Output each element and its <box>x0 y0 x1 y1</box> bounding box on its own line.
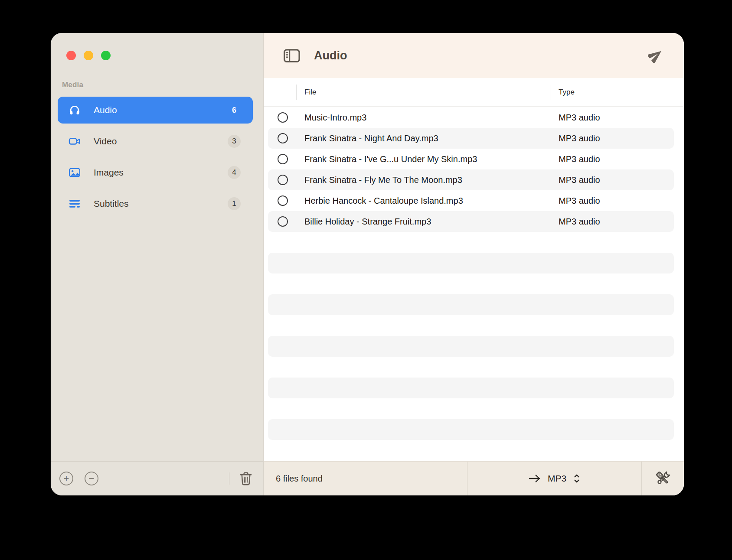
file-name-cell: Billie Holiday - Strange Fruit.mp3 <box>304 217 492 227</box>
subtitles-icon <box>69 198 81 210</box>
status-text: 6 files found <box>264 462 467 495</box>
sidebar-item-label: Subtitles <box>94 199 129 209</box>
sidebar: Media Audio6 Video3 Images4 Subtitles1 +… <box>51 33 264 495</box>
empty-row <box>268 357 674 378</box>
file-name-cell: Frank Sinatra - Fly Me To The Moon.mp3 <box>304 175 492 185</box>
sidebar-footer: + − <box>51 461 263 495</box>
app-window: Media Audio6 Video3 Images4 Subtitles1 +… <box>51 33 684 495</box>
empty-row <box>268 232 674 253</box>
zoom-window-button[interactable] <box>101 51 111 60</box>
minimize-window-button[interactable] <box>84 51 93 60</box>
sidebar-item-subtitles[interactable]: Subtitles1 <box>58 190 253 217</box>
main-footer: 6 files found MP3 <box>264 461 684 495</box>
file-type-cell: MP3 audio <box>559 217 600 227</box>
empty-row <box>268 419 674 440</box>
column-divider <box>550 85 550 100</box>
sidebar-item-audio[interactable]: Audio6 <box>58 97 253 124</box>
row-select-circle[interactable] <box>278 154 288 164</box>
table-row[interactable]: Frank Sinatra - Night And Day.mp3MP3 aud… <box>268 128 674 149</box>
row-select-circle[interactable] <box>278 112 288 123</box>
table-row[interactable]: Frank Sinatra - I've G...u Under My Skin… <box>268 149 674 169</box>
file-name-cell: Frank Sinatra - I've G...u Under My Skin… <box>304 154 492 164</box>
file-type-cell: MP3 audio <box>559 113 600 123</box>
empty-row <box>268 378 674 398</box>
trash-icon[interactable] <box>239 471 253 486</box>
row-select-circle[interactable] <box>278 216 288 227</box>
count-badge: 1 <box>228 197 241 210</box>
row-select-circle[interactable] <box>278 195 288 206</box>
table-row[interactable]: Music-Intro.mp3MP3 audio <box>268 107 674 128</box>
arrow-right-icon <box>529 474 541 483</box>
main-header: Audio <box>264 33 684 78</box>
file-type-cell: MP3 audio <box>559 154 600 164</box>
empty-row <box>268 398 674 419</box>
output-format-control[interactable]: MP3 <box>467 462 641 495</box>
file-name-cell: Herbie Hancock - Cantaloupe Island.mp3 <box>304 196 492 206</box>
toggle-sidebar-icon[interactable] <box>283 48 301 63</box>
share-send-icon[interactable] <box>648 48 663 63</box>
image-icon <box>69 166 81 179</box>
file-list: Music-Intro.mp3MP3 audioFrank Sinatra - … <box>264 107 684 461</box>
add-files-button[interactable]: + <box>59 472 73 485</box>
sidebar-item-label: Video <box>94 136 117 147</box>
footer-divider <box>229 472 229 485</box>
table-header: File Type <box>264 78 684 107</box>
file-name-cell: Music-Intro.mp3 <box>304 113 492 123</box>
count-badge: 4 <box>228 166 241 179</box>
sidebar-item-video[interactable]: Video3 <box>58 128 253 155</box>
table-row[interactable]: Herbie Hancock - Cantaloupe Island.mp3MP… <box>268 190 674 211</box>
count-badge: 6 <box>228 104 241 117</box>
table-row[interactable]: Billie Holiday - Strange Fruit.mp3MP3 au… <box>268 211 674 232</box>
column-header-type[interactable]: Type <box>559 78 575 107</box>
empty-row <box>268 336 674 357</box>
column-divider <box>296 85 297 100</box>
traffic-lights <box>51 33 263 78</box>
count-badge: 3 <box>228 135 241 148</box>
tools-icon[interactable] <box>654 470 672 487</box>
file-type-cell: MP3 audio <box>559 196 600 206</box>
sidebar-nav: Audio6 Video3 Images4 Subtitles1 <box>51 97 263 461</box>
file-type-cell: MP3 audio <box>559 133 600 143</box>
empty-row <box>268 294 674 315</box>
empty-row <box>268 315 674 336</box>
table-row[interactable]: Frank Sinatra - Fly Me To The Moon.mp3MP… <box>268 169 674 190</box>
row-select-circle[interactable] <box>278 133 288 143</box>
sidebar-section-label: Media <box>62 81 263 89</box>
page-title: Audio <box>314 49 347 62</box>
column-header-file[interactable]: File <box>304 78 316 107</box>
empty-row <box>268 253 674 273</box>
close-window-button[interactable] <box>66 51 76 60</box>
video-camera-icon <box>69 135 81 147</box>
headphones-icon <box>69 104 81 116</box>
row-select-circle[interactable] <box>278 175 288 185</box>
sidebar-item-images[interactable]: Images4 <box>58 159 253 186</box>
file-name-cell: Frank Sinatra - Night And Day.mp3 <box>304 133 492 143</box>
output-format-value[interactable]: MP3 <box>548 473 566 484</box>
sidebar-item-label: Images <box>94 167 124 178</box>
main-panel: Audio File Type Music-Intro.mp3MP3 audio… <box>264 33 684 495</box>
remove-files-button[interactable]: − <box>85 472 98 485</box>
file-type-cell: MP3 audio <box>559 175 600 185</box>
sidebar-item-label: Audio <box>94 105 117 115</box>
empty-row <box>268 273 674 294</box>
chevron-up-down-icon <box>573 473 580 484</box>
